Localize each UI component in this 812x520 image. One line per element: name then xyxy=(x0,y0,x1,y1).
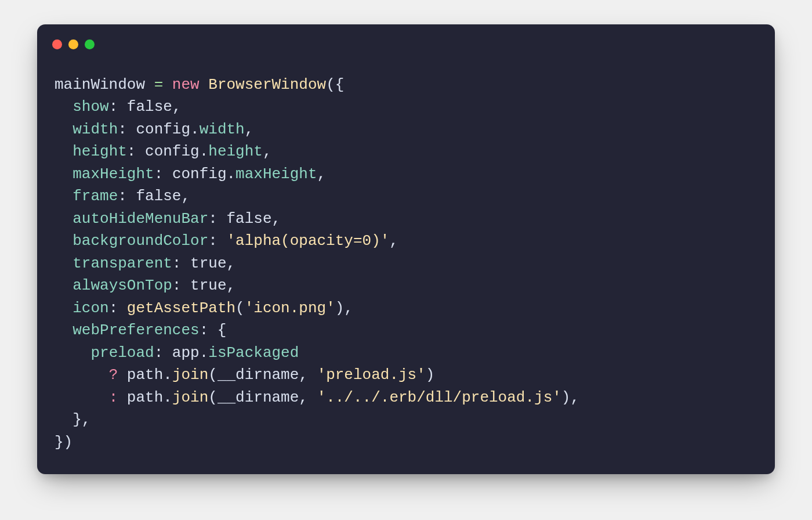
code-token: , xyxy=(389,232,398,250)
code-token: : xyxy=(154,165,172,183)
code-token: : xyxy=(127,143,145,160)
code-token xyxy=(55,322,72,339)
code-token: = xyxy=(154,76,164,93)
code-token: ( xyxy=(208,389,217,406)
code-token xyxy=(55,187,72,205)
code-token: 'alpha(opacity=0)' xyxy=(226,232,389,250)
code-token xyxy=(200,76,209,93)
code-token: , xyxy=(299,389,317,406)
code-token: : xyxy=(208,210,226,228)
code-token: . xyxy=(227,165,236,183)
code-token: ), xyxy=(335,299,353,317)
code-token xyxy=(118,389,127,406)
code-token: : { xyxy=(200,322,227,339)
code-token: BrowserWindow xyxy=(208,76,326,93)
code-token: __dirname xyxy=(217,366,299,384)
code-token: new xyxy=(172,76,200,93)
code-token: config xyxy=(172,165,227,183)
code-token: ( xyxy=(235,299,245,317)
code-token: height xyxy=(72,143,127,160)
code-token: . xyxy=(200,143,209,160)
window-controls xyxy=(37,37,775,49)
code-token: transparent xyxy=(72,255,172,272)
code-token xyxy=(55,165,72,183)
code-token: , xyxy=(227,255,236,272)
code-token: frame xyxy=(72,187,118,205)
code-token: , xyxy=(172,98,182,115)
code-token: : xyxy=(109,389,118,406)
code-token: , xyxy=(263,143,272,160)
code-token: false xyxy=(226,210,271,228)
code-token: , xyxy=(181,187,190,205)
code-token: show xyxy=(72,98,108,115)
code-token xyxy=(55,299,72,317)
code-token: ), xyxy=(561,389,579,406)
code-token: getAssetPath xyxy=(127,299,235,317)
maximize-icon[interactable] xyxy=(85,39,95,49)
page-wrapper: mainWindow = new BrowserWindow({ show: f… xyxy=(0,0,812,499)
code-token: }, xyxy=(55,411,90,428)
code-token: height xyxy=(208,143,263,160)
code-token: path xyxy=(127,366,163,384)
code-token: , xyxy=(317,165,327,183)
code-token: mainWindow xyxy=(55,76,154,93)
code-token: 'preload.js' xyxy=(317,366,426,384)
code-token: : xyxy=(109,299,127,317)
code-token: webPreferences xyxy=(72,322,199,339)
code-token: : xyxy=(172,277,190,294)
code-token xyxy=(163,76,172,93)
code-token xyxy=(118,366,127,384)
code-token: maxHeight xyxy=(72,165,154,183)
code-token: : xyxy=(118,121,136,138)
code-token: app xyxy=(172,344,200,362)
code-token: false xyxy=(136,187,181,205)
code-token: . xyxy=(200,344,209,362)
code-token: true xyxy=(190,255,226,272)
code-token xyxy=(55,121,72,138)
code-token: width xyxy=(200,121,245,138)
code-token xyxy=(55,389,109,406)
code-token: . xyxy=(190,121,200,138)
code-token: config xyxy=(145,143,200,160)
code-token: ) xyxy=(426,366,435,384)
code-token: ? xyxy=(109,366,118,384)
code-token: , xyxy=(272,210,281,228)
code-token: . xyxy=(163,389,172,406)
code-token: : xyxy=(118,187,136,205)
code-token: : xyxy=(154,344,172,362)
code-token: ({ xyxy=(326,76,344,93)
close-icon[interactable] xyxy=(52,39,62,49)
code-token: width xyxy=(72,121,118,138)
code-token: , xyxy=(299,366,317,384)
code-token: , xyxy=(227,277,236,294)
code-token: ( xyxy=(208,366,217,384)
minimize-icon[interactable] xyxy=(68,39,78,49)
code-window: mainWindow = new BrowserWindow({ show: f… xyxy=(37,24,775,474)
code-token xyxy=(55,232,72,250)
code-token: false xyxy=(127,98,172,115)
code-token: 'icon.png' xyxy=(245,299,335,317)
code-token: : xyxy=(208,232,226,250)
code-token xyxy=(55,344,90,362)
code-token xyxy=(55,98,72,115)
code-token: alwaysOnTop xyxy=(72,277,172,294)
code-token: : xyxy=(172,255,190,272)
code-block: mainWindow = new BrowserWindow({ show: f… xyxy=(37,74,775,453)
code-token: }) xyxy=(55,434,72,451)
code-token xyxy=(55,143,72,160)
code-token: autoHideMenuBar xyxy=(72,210,208,228)
code-token: icon xyxy=(72,299,108,317)
code-token xyxy=(55,366,109,384)
code-token: . xyxy=(163,366,172,384)
code-token: true xyxy=(190,277,226,294)
code-token: maxHeight xyxy=(235,165,317,183)
code-token xyxy=(55,277,72,294)
code-token: '../../.erb/dll/preload.js' xyxy=(317,389,561,406)
code-token xyxy=(55,210,72,228)
code-token: __dirname xyxy=(217,389,299,406)
code-token: backgroundColor xyxy=(72,232,208,250)
code-token: join xyxy=(172,389,208,406)
code-token: : xyxy=(109,98,127,115)
code-token: join xyxy=(172,366,208,384)
code-token: , xyxy=(245,121,254,138)
